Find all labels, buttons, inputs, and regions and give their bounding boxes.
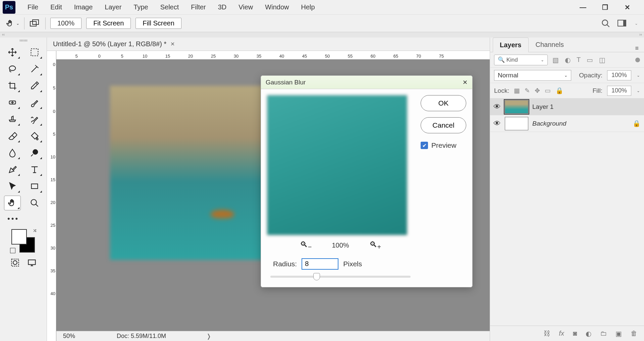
window-minimize-icon[interactable]: — — [575, 3, 591, 11]
filter-type-icon[interactable]: T — [577, 56, 581, 64]
eraser-tool[interactable] — [4, 129, 21, 143]
eyedropper-tool[interactable] — [26, 78, 43, 93]
screen-mode-icon[interactable] — [27, 258, 37, 267]
search-icon[interactable] — [601, 19, 610, 28]
adjustment-layer-icon[interactable]: ◐ — [586, 330, 591, 338]
visibility-toggle-icon[interactable]: 👁 — [493, 119, 501, 128]
slider-thumb[interactable] — [313, 273, 320, 280]
marquee-tool[interactable] — [26, 45, 43, 60]
menu-image[interactable]: Image — [68, 1, 99, 13]
edit-toolbar-icon[interactable]: ••• — [0, 214, 19, 223]
chevron-down-icon[interactable]: ⌄ — [635, 21, 638, 26]
quick-mask-icon[interactable] — [10, 258, 20, 267]
filter-shape-icon[interactable]: ▭ — [587, 56, 593, 64]
layer-name[interactable]: Background — [532, 120, 566, 127]
layer-row[interactable]: 👁 Background 🔒 — [490, 115, 644, 132]
filter-toggle[interactable] — [635, 58, 640, 62]
lock-artboard-icon[interactable]: ▭ — [545, 87, 551, 94]
pen-tool[interactable] — [4, 162, 21, 177]
lock-transparency-icon[interactable]: ▦ — [514, 87, 520, 94]
fit-screen-button[interactable]: Fit Screen — [86, 18, 131, 29]
menu-help[interactable]: Help — [295, 1, 321, 13]
cancel-button[interactable]: Cancel — [421, 117, 466, 133]
status-doc-info[interactable]: Doc: 5.59M/11.0M — [97, 333, 166, 340]
tool-preset-hand[interactable]: ⌄ — [6, 19, 19, 28]
zoom-tool[interactable] — [26, 196, 43, 210]
history-brush-tool[interactable] — [26, 112, 43, 127]
paint-bucket-tool[interactable] — [26, 129, 43, 143]
new-group-icon[interactable]: 🗀 — [600, 330, 607, 337]
radius-slider[interactable] — [270, 276, 411, 278]
link-layers-icon[interactable]: ⛓ — [543, 330, 550, 337]
hand-tool[interactable] — [4, 196, 21, 210]
crop-tool[interactable] — [4, 78, 21, 93]
fill-value[interactable]: 100% — [607, 86, 631, 96]
scroll-all-windows-icon[interactable] — [29, 19, 41, 28]
lock-all-icon[interactable]: 🔒 — [555, 87, 564, 94]
brush-tool[interactable] — [26, 95, 43, 110]
dialog-titlebar[interactable]: Gaussian Blur ✕ — [261, 76, 472, 89]
healing-brush-tool[interactable] — [4, 95, 21, 110]
chevron-down-icon[interactable]: ⌄ — [637, 73, 640, 78]
blur-tool[interactable] — [4, 145, 21, 160]
menu-3d[interactable]: 3D — [212, 1, 233, 13]
menu-window[interactable]: Window — [259, 1, 295, 13]
chevron-down-icon[interactable]: ⌄ — [637, 88, 640, 93]
swap-colors-icon[interactable]: ⤭ — [33, 228, 37, 233]
lock-position-icon[interactable]: ✥ — [535, 87, 540, 94]
delete-layer-icon[interactable]: 🗑 — [631, 330, 637, 337]
collapse-left-icon[interactable]: ‹‹ — [2, 32, 5, 37]
filter-pixel-icon[interactable]: ▧ — [552, 56, 559, 64]
magic-wand-tool[interactable] — [26, 62, 43, 76]
move-tool[interactable] — [4, 45, 21, 60]
layer-thumbnail[interactable] — [505, 117, 528, 130]
menu-view[interactable]: View — [232, 1, 259, 13]
foreground-color-swatch[interactable] — [11, 229, 27, 245]
default-colors-icon[interactable] — [10, 248, 15, 253]
window-restore-icon[interactable]: ❐ — [597, 3, 613, 11]
toolbox-gripper[interactable] — [11, 40, 36, 43]
filter-adjustment-icon[interactable]: ◐ — [565, 56, 571, 64]
tab-channels[interactable]: Channels — [529, 37, 571, 52]
rectangle-tool[interactable] — [26, 179, 43, 194]
menu-layer[interactable]: Layer — [99, 1, 127, 13]
status-zoom[interactable]: 50% — [56, 333, 97, 340]
layer-filter-kind[interactable]: 🔍 Kind⌄ — [494, 55, 548, 65]
filter-smart-icon[interactable]: ◫ — [599, 56, 605, 64]
tab-layers[interactable]: Layers — [493, 38, 529, 52]
opacity-value[interactable]: 100% — [607, 70, 631, 80]
menu-edit[interactable]: Edit — [44, 1, 68, 13]
layer-name[interactable]: Layer 1 — [532, 103, 553, 111]
add-mask-icon[interactable]: ◙ — [573, 330, 577, 337]
document-tab[interactable]: Untitled-1 @ 50% (Layer 1, RGB/8#) * ✕ — [53, 40, 175, 48]
color-swatches[interactable]: ⤭ — [10, 228, 37, 253]
lock-pixels-icon[interactable]: ✎ — [525, 87, 530, 94]
workspace-switcher-icon[interactable] — [617, 19, 628, 28]
dodge-tool[interactable] — [26, 145, 43, 160]
zoom-level-field[interactable]: 100% — [50, 18, 82, 29]
visibility-toggle-icon[interactable]: 👁 — [493, 103, 501, 111]
path-selection-tool[interactable] — [4, 179, 21, 194]
collapse-right-icon[interactable]: ›› — [639, 32, 642, 37]
new-layer-icon[interactable]: ▣ — [615, 330, 622, 338]
radius-input[interactable] — [302, 258, 338, 270]
close-tab-icon[interactable]: ✕ — [170, 41, 175, 47]
fill-screen-button[interactable]: Fill Screen — [136, 18, 181, 29]
dialog-close-icon[interactable]: ✕ — [463, 79, 468, 86]
window-close-icon[interactable]: ✕ — [619, 3, 635, 11]
menu-select[interactable]: Select — [154, 1, 185, 13]
lasso-tool[interactable] — [4, 62, 21, 76]
menu-type[interactable]: Type — [127, 1, 154, 13]
menu-filter[interactable]: Filter — [185, 1, 212, 13]
filter-preview[interactable] — [267, 95, 407, 235]
layer-fx-icon[interactable]: fx — [559, 330, 564, 337]
type-tool[interactable] — [26, 162, 43, 177]
zoom-in-icon[interactable]: 🔍︎+ — [369, 240, 381, 251]
ok-button[interactable]: OK — [421, 95, 466, 111]
layer-row[interactable]: 👁 Layer 1 — [490, 98, 644, 115]
zoom-out-icon[interactable]: 🔍︎− — [300, 240, 312, 251]
panel-menu-icon[interactable]: ≡ — [632, 45, 641, 52]
preview-checkbox[interactable]: ✔ Preview — [421, 141, 466, 149]
status-menu-icon[interactable]: ❭ — [166, 333, 211, 340]
layer-thumbnail[interactable] — [505, 100, 528, 114]
